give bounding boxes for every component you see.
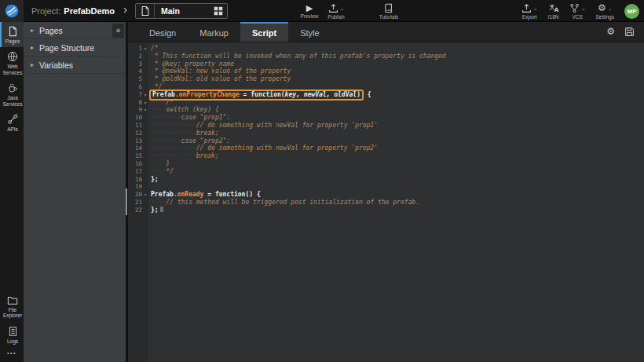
fold-gutter bbox=[142, 75, 148, 83]
collapse-panel-button[interactable]: « bbox=[112, 24, 124, 38]
code-line[interactable]: 9▾····switch (key) { bbox=[128, 106, 644, 114]
svg-text:A: A bbox=[554, 6, 558, 13]
sidebar-item-pages[interactable]: Pages bbox=[0, 22, 24, 47]
tab-script[interactable]: Script bbox=[240, 22, 288, 42]
code-text: Prefab.onPropertyChange = function(key, … bbox=[148, 91, 371, 99]
line-number: 2 bbox=[128, 53, 142, 60]
preview-button[interactable]: ▶ Preview bbox=[296, 0, 323, 22]
line-number: 16 bbox=[128, 160, 142, 168]
line-number: 8 bbox=[128, 99, 142, 107]
highlighted-code-range: Prefab.onPropertyChange = function(key, … bbox=[149, 90, 364, 101]
code-lines: 1▾/*2 * This function will be invoked wh… bbox=[128, 45, 644, 214]
logs-document-icon bbox=[8, 326, 18, 337]
fold-marker-icon[interactable]: ▾ bbox=[142, 191, 148, 199]
pages-label: Pages bbox=[5, 38, 20, 44]
fold-marker-icon[interactable]: ▾ bbox=[142, 99, 148, 107]
line-number: 3 bbox=[128, 60, 142, 68]
sidebar-item-logs[interactable]: Logs bbox=[0, 322, 24, 347]
page-selector-dropdown[interactable]: Main bbox=[135, 3, 228, 19]
export-caret-icon: ⌄ bbox=[533, 5, 538, 11]
tutorials-button[interactable]: Tutorials bbox=[372, 0, 405, 22]
code-line[interactable]: 13········case "prop2": bbox=[128, 137, 644, 145]
code-line[interactable]: 11············// do something with newVa… bbox=[128, 122, 644, 130]
fold-marker-icon[interactable]: ▾ bbox=[142, 45, 148, 53]
line-number: 14 bbox=[128, 144, 142, 152]
java-services-label: Java Services bbox=[2, 95, 23, 107]
code-line[interactable]: 3 * @key: property name bbox=[128, 60, 644, 68]
left-panel: ▸ Pages « ▸ Page Structure ▸ Variables bbox=[24, 22, 126, 362]
code-line[interactable]: 15············break; bbox=[128, 152, 644, 160]
save-floppy-icon[interactable] bbox=[624, 27, 635, 37]
breadcrumb-chevron-icon: › bbox=[123, 2, 127, 16]
code-line[interactable]: 16····} bbox=[128, 160, 644, 168]
code-line[interactable]: 22}; bbox=[128, 207, 644, 214]
code-line[interactable]: 1▾/* bbox=[128, 45, 644, 53]
code-line[interactable]: 2 * This function will be invoked when a… bbox=[128, 53, 644, 60]
ide-window: Project: PrefabDemo › Main ▶ Preview ⌄ P… bbox=[0, 0, 644, 362]
panel-page-structure-label: Page Structure bbox=[39, 43, 94, 53]
code-text bbox=[148, 183, 151, 191]
code-line[interactable]: 19 bbox=[128, 183, 644, 191]
publish-button[interactable]: ⌄ Publish bbox=[320, 0, 352, 22]
panel-section-variables[interactable]: ▸ Variables bbox=[24, 57, 126, 74]
code-line[interactable]: 21····// this method will be triggered p… bbox=[128, 199, 644, 207]
export-button[interactable]: ⌄ Export bbox=[521, 0, 538, 22]
vcs-button[interactable]: ⌄ VCS bbox=[569, 0, 586, 22]
code-line[interactable]: 17····*/ bbox=[128, 168, 644, 176]
fold-gutter bbox=[142, 207, 148, 214]
more-options-ellipsis-icon[interactable]: ••• bbox=[0, 347, 24, 362]
sidebar-item-file-explorer[interactable]: File Explorer bbox=[0, 291, 24, 322]
code-line[interactable]: 4 * @newVal: new value of the property bbox=[128, 68, 644, 75]
divider-drag-handle[interactable] bbox=[126, 188, 127, 215]
code-text: * @key: property name bbox=[148, 60, 234, 68]
editor-settings-gear-icon[interactable]: ⚙ bbox=[606, 27, 615, 37]
tab-markup[interactable]: Markup bbox=[188, 22, 240, 42]
editor-tab-bar: Design Markup Script Style ⚙ bbox=[128, 22, 644, 42]
line-number: 12 bbox=[128, 130, 142, 137]
code-line[interactable]: 10········case "prop1": bbox=[128, 114, 644, 122]
fold-marker-icon[interactable]: ▾ bbox=[142, 91, 148, 99]
line-number: 11 bbox=[128, 122, 142, 130]
pages-icon bbox=[7, 26, 18, 37]
line-number: 18 bbox=[128, 176, 142, 184]
code-text: ····switch (key) { bbox=[148, 106, 219, 114]
code-line[interactable]: 5 * @oldVal: old value of the property bbox=[128, 75, 644, 83]
panel-section-page-structure[interactable]: ▸ Page Structure bbox=[24, 39, 126, 57]
fold-gutter bbox=[142, 160, 148, 168]
line-number: 21 bbox=[128, 199, 142, 207]
fold-gutter bbox=[142, 83, 148, 91]
line-number: 7 bbox=[128, 91, 142, 99]
page-grid-icon[interactable] bbox=[210, 6, 227, 16]
code-line[interactable]: 20▾Prefab.onReady = function() { bbox=[128, 191, 644, 199]
vcs-branch-icon bbox=[569, 3, 580, 13]
settings-button[interactable]: ⚙ ⌄ Settings bbox=[596, 0, 615, 22]
project-name: PrefabDemo bbox=[64, 6, 115, 16]
java-services-cup-icon bbox=[7, 82, 18, 93]
panel-variables-label: Variables bbox=[39, 60, 73, 70]
code-text: * @oldVal: old value of the property bbox=[148, 75, 291, 83]
panel-section-pages[interactable]: ▸ Pages « bbox=[24, 22, 126, 39]
code-line[interactable]: 14············// do something with newVa… bbox=[128, 144, 644, 152]
tab-style[interactable]: Style bbox=[288, 22, 331, 42]
left-icon-rail: Pages Web Services Java Services APIs Fi… bbox=[0, 22, 24, 362]
code-text: * @newVal: new value of the property bbox=[148, 68, 291, 75]
sidebar-item-java-services[interactable]: Java Services bbox=[0, 79, 24, 110]
export-label: Export bbox=[522, 14, 537, 20]
fold-marker-icon[interactable]: ▾ bbox=[142, 106, 148, 114]
settings-gear-icon: ⚙ bbox=[598, 3, 606, 13]
code-editor[interactable]: 1▾/*2 * This function will be invoked wh… bbox=[128, 42, 644, 362]
code-line[interactable]: 7▾Prefab.onPropertyChange = function(key… bbox=[128, 91, 644, 99]
sidebar-item-web-services[interactable]: Web Services bbox=[0, 47, 24, 79]
tab-design[interactable]: Design bbox=[137, 22, 188, 42]
publish-caret-icon: ⌄ bbox=[340, 5, 345, 11]
code-line[interactable]: 18}; bbox=[128, 176, 644, 184]
current-page-name: Main bbox=[155, 6, 210, 16]
user-avatar[interactable]: MP bbox=[624, 4, 639, 19]
sidebar-item-apis[interactable]: APIs bbox=[0, 110, 24, 135]
i18n-button[interactable]: A I18N bbox=[548, 0, 559, 22]
code-text: ············break; bbox=[148, 152, 219, 160]
code-line[interactable]: 12············break; bbox=[128, 130, 644, 137]
app-logo[interactable] bbox=[0, 0, 24, 22]
panel-pages-label: Pages bbox=[39, 26, 63, 35]
file-explorer-label: File Explorer bbox=[2, 307, 23, 319]
